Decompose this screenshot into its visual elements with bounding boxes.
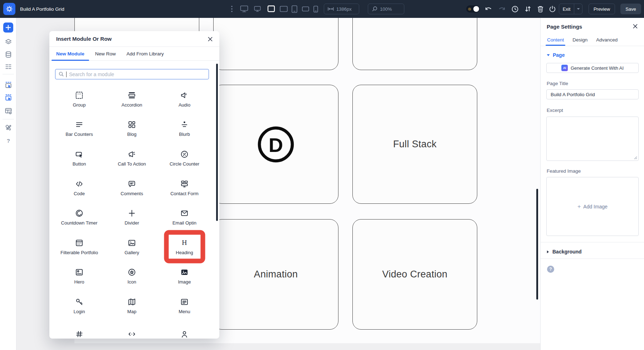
sidebar-table-settings-icon[interactable] xyxy=(0,106,16,116)
divi-logo-button[interactable] xyxy=(3,3,15,15)
module-item-group[interactable]: Group xyxy=(53,84,106,114)
dialog-tab-new-row[interactable]: New Row xyxy=(95,47,116,61)
audio-module-icon xyxy=(180,91,189,100)
redo-icon[interactable] xyxy=(497,0,506,18)
module-item-circle-counter[interactable]: Circle Counter xyxy=(158,143,211,173)
sidebar-database-icon[interactable] xyxy=(0,49,16,59)
sidebar-wireframe-icon[interactable] xyxy=(0,61,16,72)
device-tablet-portrait-icon[interactable] xyxy=(291,0,298,18)
sidebar-insert-module-icon[interactable] xyxy=(0,80,16,90)
page-section-header[interactable]: Page xyxy=(547,52,565,58)
portfolio-card[interactable] xyxy=(352,18,477,70)
excerpt-textarea[interactable] xyxy=(546,117,639,161)
module-label: Email Optin xyxy=(172,220,196,226)
history-icon[interactable] xyxy=(510,0,519,18)
add-content-button[interactable] xyxy=(3,23,13,33)
device-phone-portrait-icon[interactable] xyxy=(312,0,319,18)
device-laptop-icon-active[interactable] xyxy=(266,0,276,18)
module-item[interactable] xyxy=(53,321,106,339)
sidebar-layers-icon[interactable] xyxy=(0,37,16,47)
background-section-header[interactable]: Background xyxy=(547,249,582,255)
more-options-icon[interactable] xyxy=(229,0,235,18)
module-item-hero[interactable]: Hero xyxy=(53,262,106,291)
help-icon[interactable]: ? xyxy=(547,266,554,273)
divider xyxy=(541,258,644,259)
save-button[interactable]: Save xyxy=(620,4,641,14)
module-item-heading[interactable]: HHeading xyxy=(158,232,211,262)
canvas-scrollbar[interactable] xyxy=(536,189,538,300)
sort-arrows-icon[interactable] xyxy=(523,0,532,18)
trash-icon[interactable] xyxy=(536,0,545,18)
exit-dropdown-chevron[interactable] xyxy=(574,8,582,10)
module-item-blog[interactable]: Blog xyxy=(106,114,158,144)
exit-button[interactable]: Exit xyxy=(559,4,582,14)
module-item-comments[interactable]: Comments xyxy=(106,173,158,203)
module-label: Blurb xyxy=(179,132,190,137)
module-search-input[interactable]: Search for a module xyxy=(55,69,209,79)
preview-label: Preview xyxy=(594,6,610,12)
page-title: Build A Portfolio Grid xyxy=(20,0,64,18)
device-phone-landscape-icon[interactable] xyxy=(301,0,310,18)
portability-icon[interactable] xyxy=(548,0,557,18)
card-title: Video Creation xyxy=(382,269,447,280)
module-item-bar-counters[interactable]: Bar Counters xyxy=(53,114,106,144)
button-module-icon xyxy=(75,150,84,159)
portfolio-card[interactable] xyxy=(213,18,338,70)
panel-tab-advanced[interactable]: Advanced xyxy=(596,34,618,46)
sidebar-tools-icon[interactable] xyxy=(0,123,16,133)
module-item[interactable] xyxy=(106,321,158,339)
blog-module-icon xyxy=(127,120,136,129)
sidebar-insert-row-icon[interactable] xyxy=(0,92,16,102)
zoom-control[interactable]: 100% xyxy=(368,4,404,14)
module-item-button[interactable]: Button xyxy=(53,143,106,173)
module-item-countdown-timer[interactable]: Countdown Timer xyxy=(53,202,106,232)
module-label: Image xyxy=(178,279,191,285)
dialog-tab-add-from-library[interactable]: Add From Library xyxy=(127,47,164,61)
theme-toggle[interactable] xyxy=(465,0,480,18)
module-item-map[interactable]: Map xyxy=(106,291,158,321)
ai-badge-icon: AI xyxy=(561,65,568,71)
module-item-contact-form[interactable]: Contact Form xyxy=(158,173,211,203)
module-item-code[interactable]: Code xyxy=(53,173,106,203)
portfolio-card-video-creation[interactable]: Video Creation xyxy=(352,219,477,330)
undo-icon[interactable] xyxy=(484,0,493,18)
dialog-close-icon[interactable] xyxy=(206,35,214,43)
divi-d-logo: D xyxy=(256,125,296,164)
page-title-input[interactable]: Build A Portfolio Grid xyxy=(546,89,639,99)
module-item-email-optin[interactable]: Email Optin xyxy=(158,202,211,232)
generate-content-ai-button[interactable]: AI Generate Content With AI xyxy=(546,63,639,73)
device-monitor-icon[interactable] xyxy=(252,0,262,18)
portfolio-card-full-stack[interactable]: Full Stack xyxy=(352,85,477,204)
device-tablet-landscape-icon[interactable] xyxy=(279,0,288,18)
module-item-menu[interactable]: Menu xyxy=(158,291,211,321)
add-image-label[interactable]: Add Image xyxy=(583,204,608,209)
module-item-blurb[interactable]: Blurb xyxy=(158,114,211,144)
dialog-scrollbar[interactable] xyxy=(216,64,218,221)
panel-close-icon[interactable] xyxy=(632,23,638,29)
panel-tab-design[interactable]: Design xyxy=(572,34,587,46)
module-item-accordion[interactable]: Accordion xyxy=(106,84,158,114)
module-item-image[interactable]: Image xyxy=(158,262,211,291)
portfolio-card-animation[interactable]: Animation xyxy=(213,219,338,330)
portfolio-card-logo[interactable]: D xyxy=(213,85,338,204)
module-item-call-to-action[interactable]: Call To Action xyxy=(106,143,158,173)
module-item[interactable] xyxy=(158,321,211,339)
module-item-login[interactable]: Login xyxy=(53,291,106,321)
accordion-module-icon xyxy=(127,91,136,100)
module-item-audio[interactable]: Audio xyxy=(158,84,211,114)
resize-handle-icon[interactable] xyxy=(634,156,637,159)
module-item-divider[interactable]: Divider xyxy=(106,202,158,232)
module-item-gallery[interactable]: Gallery xyxy=(106,232,158,262)
map-module-icon xyxy=(127,297,136,306)
module-item-icon[interactable]: Icon xyxy=(106,262,158,291)
panel-tab-content[interactable]: Content xyxy=(547,34,564,46)
device-desktop-icon[interactable] xyxy=(238,0,250,18)
featured-image-box[interactable]: + Add Image xyxy=(546,177,639,236)
module-label: Countdown Timer xyxy=(61,220,98,226)
sidebar-help-icon[interactable]: ? xyxy=(0,135,16,146)
responsive-width-control[interactable]: 1386px xyxy=(324,4,359,14)
svg-text:?: ? xyxy=(6,137,10,143)
dialog-tab-new-module[interactable]: New Module xyxy=(56,47,84,61)
module-item-filterable-portfolio[interactable]: Filterable Portfolio xyxy=(53,232,106,262)
preview-button[interactable]: Preview xyxy=(589,4,615,14)
